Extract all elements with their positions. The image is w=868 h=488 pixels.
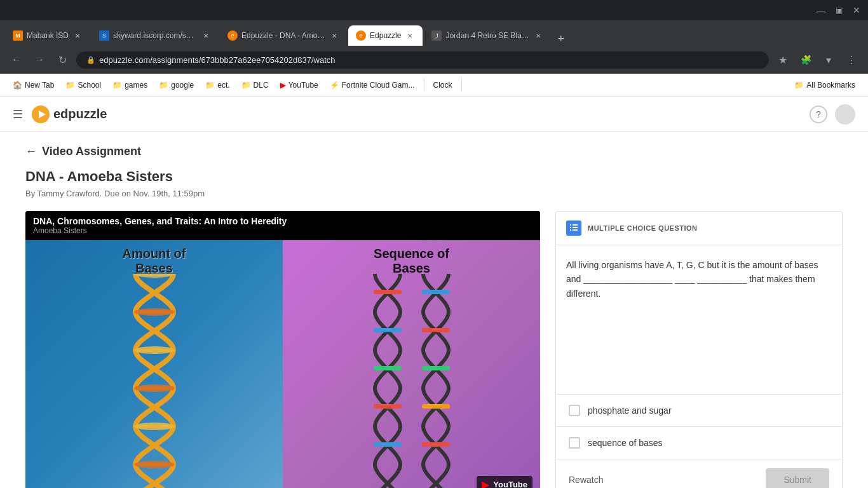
svg-rect-22 bbox=[422, 366, 450, 370]
dna-right-panel: Sequence of Bases bbox=[283, 240, 540, 488]
bookmark-ect[interactable]: 📁 ect. bbox=[200, 78, 234, 92]
tab-close-jordan[interactable]: ✕ bbox=[533, 30, 543, 41]
extension-puzzle-icon[interactable]: 🧩 bbox=[797, 51, 815, 69]
bookmark-ect-label: ect. bbox=[217, 81, 229, 90]
forward-button[interactable]: → bbox=[31, 51, 48, 69]
tab-close-mabank[interactable]: ✕ bbox=[72, 30, 83, 41]
tab-favicon-mabank: M bbox=[13, 30, 23, 41]
bookmark-school[interactable]: 📁 School bbox=[60, 78, 106, 92]
question-actions: Rewatch Submit bbox=[556, 459, 842, 488]
bookmark-fortnite-label: Fortnite Cloud Gam... bbox=[342, 81, 415, 90]
page-title: Video Assignment bbox=[42, 145, 141, 158]
tab-label-skyward: skyward.iscorp.com/scripts/w... bbox=[113, 31, 197, 40]
url-text: edpuzzle.com/assignments/673bbb27a62ee70… bbox=[99, 55, 336, 65]
tab-label-mabank: Mabank ISD bbox=[27, 31, 69, 40]
bookmark-dlc-folder-icon: 📁 bbox=[241, 81, 251, 90]
answer-option-2[interactable]: sequence of bases bbox=[556, 427, 842, 459]
back-arrow-button[interactable]: ← bbox=[25, 145, 37, 158]
answer-options: phosphate and sugar sequence of bases bbox=[556, 394, 842, 459]
bookmark-new-tab[interactable]: 🏠 New Tab bbox=[8, 78, 59, 92]
youtube-watermark-label: YouTube bbox=[493, 480, 527, 488]
svg-rect-25 bbox=[570, 224, 571, 226]
video-title: DNA, Chromosomes, Genes, and Traits: An … bbox=[33, 216, 532, 226]
tab-edpuzzle-dna[interactable]: e Edpuzzle - DNA - Amoeba Sist... ✕ bbox=[220, 25, 347, 46]
bookmark-google[interactable]: 📁 google bbox=[154, 78, 199, 92]
browser-menu-icon[interactable]: ⋮ bbox=[843, 51, 860, 69]
svg-rect-18 bbox=[374, 404, 402, 409]
youtube-play-icon: ▶ bbox=[482, 478, 489, 488]
tab-close-edpuzzle-dna[interactable]: ✕ bbox=[329, 30, 339, 41]
assignment-meta: By Tammy Crawford. Due on Nov. 19th, 11:… bbox=[25, 189, 843, 198]
bookmark-games[interactable]: 📁 games bbox=[107, 78, 153, 92]
svg-rect-29 bbox=[570, 229, 571, 231]
rewatch-button[interactable]: Rewatch bbox=[569, 475, 603, 485]
all-bookmarks-button[interactable]: 📁 All Bookmarks bbox=[789, 78, 860, 92]
video-channel: Amoeba Sisters bbox=[33, 226, 532, 235]
youtube-watermark: ▶ YouTube bbox=[477, 476, 532, 488]
question-type-label: MULTIPLE CHOICE QUESTION bbox=[588, 224, 698, 232]
breadcrumb-row: ← Video Assignment bbox=[25, 145, 843, 158]
restore-icon[interactable]: ▣ bbox=[836, 6, 843, 15]
svg-rect-23 bbox=[422, 404, 450, 409]
new-tab-button[interactable]: + bbox=[552, 32, 569, 46]
bookmark-star-icon[interactable]: ★ bbox=[774, 51, 792, 69]
bookmark-new-tab-label: New Tab bbox=[25, 81, 54, 90]
bookmark-dlc[interactable]: 📁 DLC bbox=[236, 78, 274, 92]
extensions-icon[interactable]: ▾ bbox=[820, 51, 837, 69]
tab-label-edpuzzle-dna: Edpuzzle - DNA - Amoeba Sist... bbox=[241, 31, 325, 40]
bookmark-google-label: google bbox=[171, 81, 194, 90]
bookmark-clock[interactable]: Clock bbox=[428, 78, 458, 92]
bookmark-school-label: School bbox=[78, 81, 101, 90]
tab-close-edpuzzle[interactable]: ✕ bbox=[405, 30, 415, 41]
checkbox-2[interactable] bbox=[569, 437, 580, 449]
help-icon: ? bbox=[816, 109, 821, 119]
bookmark-fortnite[interactable]: ⚡ Fortnite Cloud Gam... bbox=[325, 78, 420, 92]
bookmark-youtube-icon: ▶ bbox=[280, 81, 286, 90]
tab-close-skyward[interactable]: ✕ bbox=[201, 30, 211, 41]
sidebar-toggle-button[interactable]: ☰ bbox=[13, 107, 23, 121]
answer-label-2: sequence of bases bbox=[588, 438, 663, 448]
question-text: All living organisms have A, T, G, C but… bbox=[566, 258, 832, 301]
video-info-bar: DNA, Chromosomes, Genes, and Traits: An … bbox=[25, 211, 540, 240]
bookmark-home-icon: 🏠 bbox=[13, 81, 22, 90]
close-icon[interactable]: ✕ bbox=[853, 5, 860, 15]
checkbox-1[interactable] bbox=[569, 405, 580, 416]
url-field[interactable]: 🔒 edpuzzle.com/assignments/673bbb27a62ee… bbox=[76, 51, 769, 69]
tab-skyward[interactable]: S skyward.iscorp.com/scripts/w... ✕ bbox=[92, 25, 219, 46]
help-button[interactable]: ? bbox=[810, 105, 827, 123]
bookmark-clock-label: Clock bbox=[433, 81, 452, 90]
answer-option-1[interactable]: phosphate and sugar bbox=[556, 395, 842, 427]
multiple-choice-icon bbox=[566, 220, 581, 236]
minimize-icon[interactable]: — bbox=[817, 5, 825, 15]
dna-right-label: Sequence of Bases bbox=[374, 247, 449, 276]
tab-mabank[interactable]: M Mabank ISD ✕ bbox=[5, 25, 90, 46]
svg-rect-30 bbox=[573, 229, 578, 231]
tab-edpuzzle[interactable]: e Edpuzzle ✕ bbox=[348, 25, 423, 46]
reload-button[interactable]: ↻ bbox=[53, 51, 71, 69]
bookmark-games-folder-icon: 📁 bbox=[112, 81, 122, 90]
svg-point-12 bbox=[134, 384, 175, 392]
svg-rect-28 bbox=[573, 227, 578, 228]
edpuzzle-logo-icon bbox=[31, 104, 51, 125]
user-avatar[interactable] bbox=[835, 104, 855, 125]
lock-icon: 🔒 bbox=[86, 56, 95, 64]
video-player[interactable]: DNA, Chromosomes, Genes, and Traits: An … bbox=[25, 211, 540, 488]
all-bookmarks-folder-icon: 📁 bbox=[794, 81, 804, 90]
bookmark-folder-icon: 📁 bbox=[65, 81, 75, 90]
main-content: DNA, Chromosomes, Genes, and Traits: An … bbox=[25, 211, 843, 488]
question-panel: MULTIPLE CHOICE QUESTION All living orga… bbox=[555, 211, 843, 488]
dna-double-helix bbox=[369, 274, 455, 488]
svg-point-13 bbox=[134, 423, 175, 430]
svg-rect-21 bbox=[422, 328, 450, 332]
bookmark-youtube[interactable]: ▶ YouTube bbox=[275, 78, 323, 92]
question-header: MULTIPLE CHOICE QUESTION bbox=[556, 212, 842, 245]
back-button[interactable]: ← bbox=[8, 51, 25, 69]
svg-rect-24 bbox=[422, 442, 450, 447]
answer-label-1: phosphate and sugar bbox=[588, 405, 672, 416]
svg-rect-16 bbox=[374, 328, 402, 332]
bookmarks-bar: 🏠 New Tab 📁 School 📁 games 📁 google 📁 ec… bbox=[0, 74, 868, 97]
tab-bar: M Mabank ISD ✕ S skyward.iscorp.com/scri… bbox=[0, 20, 868, 46]
tab-jordan[interactable]: J Jordan 4 Retro SE Black Canv... ✕ bbox=[424, 25, 551, 46]
svg-rect-19 bbox=[374, 442, 402, 447]
submit-button[interactable]: Submit bbox=[766, 468, 829, 488]
